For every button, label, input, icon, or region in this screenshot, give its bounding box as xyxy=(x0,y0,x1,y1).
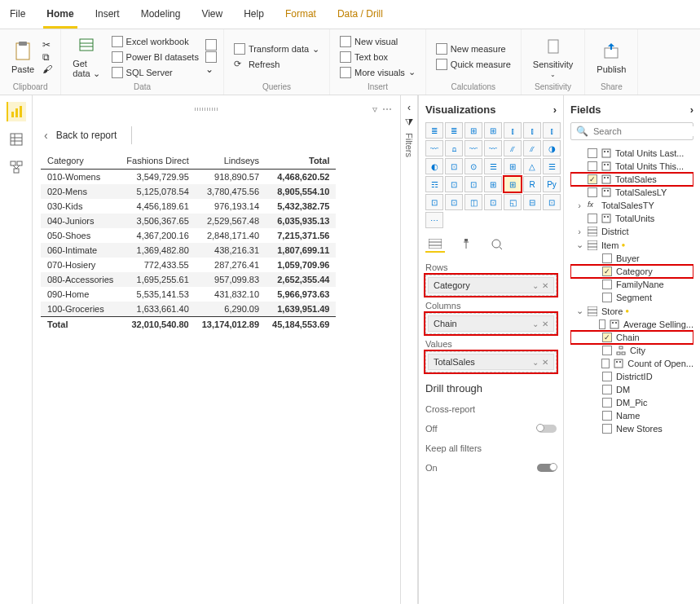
viz-type-21[interactable]: ☶ xyxy=(425,176,443,192)
copy-icon[interactable]: ⧉ xyxy=(42,51,54,63)
analytics-tab[interactable] xyxy=(487,236,507,253)
filters-pane-collapsed[interactable]: ‹ ⧩ Filters xyxy=(400,95,418,604)
model-view-button[interactable] xyxy=(7,157,26,177)
table-row[interactable]: 010-Womens3,549,729.95918,890.574,468,62… xyxy=(41,170,336,185)
viz-type-10[interactable]: 〰 xyxy=(484,140,502,156)
chevron-down-icon[interactable]: ⌄ xyxy=(532,358,539,367)
field-checkbox[interactable] xyxy=(588,174,597,184)
viz-type-17[interactable]: ☰ xyxy=(484,158,502,174)
viz-type-32[interactable]: ◱ xyxy=(504,194,522,210)
field-districtid[interactable]: DistrictID xyxy=(570,370,693,383)
visual-grip[interactable] xyxy=(195,108,219,111)
field-count-of-open---[interactable]: Count of Open... xyxy=(570,357,693,370)
refresh-button[interactable]: ⟳Refresh xyxy=(231,57,323,72)
field-store[interactable]: ⌄Store● xyxy=(570,304,693,318)
viz-type-16[interactable]: ⊙ xyxy=(464,158,482,174)
publish-button[interactable]: Publish xyxy=(592,38,631,76)
viz-type-31[interactable]: ⊡ xyxy=(484,194,502,210)
tab-modeling[interactable]: Modeling xyxy=(138,3,184,29)
rows-well[interactable]: Category⌄✕ xyxy=(425,275,557,296)
viz-type-27[interactable]: Py xyxy=(543,176,561,192)
column-header[interactable]: Lindseys xyxy=(196,152,266,170)
viz-type-19[interactable]: △ xyxy=(523,158,541,174)
excel-workbook-button[interactable]: Excel workbook xyxy=(108,34,202,49)
remove-icon[interactable]: ✕ xyxy=(542,358,548,367)
field-checkbox[interactable] xyxy=(602,293,612,302)
field-checkbox[interactable] xyxy=(602,385,612,394)
viz-type-4[interactable]: ⫿ xyxy=(504,122,522,139)
table-row[interactable]: 080-Accessories1,695,255.61957,099.832,6… xyxy=(41,272,336,287)
viz-type-0[interactable]: ≣ xyxy=(425,122,443,139)
viz-type-28[interactable]: ⊡ xyxy=(425,194,443,210)
field-city[interactable]: City xyxy=(570,344,693,357)
more-visuals-button[interactable]: More visuals ⌄ xyxy=(337,65,419,80)
column-header[interactable]: Category xyxy=(41,152,120,170)
values-well-item[interactable]: TotalSales⌄✕ xyxy=(428,354,554,370)
field-checkbox[interactable] xyxy=(602,253,612,263)
new-measure-button[interactable]: New measure xyxy=(433,42,514,56)
viz-type-9[interactable]: 〰 xyxy=(464,140,482,156)
field-totalsalesly[interactable]: TotalSalesLY xyxy=(570,186,693,199)
data-more-3-icon[interactable]: ⌄ xyxy=(205,64,217,75)
viz-type-6[interactable]: ⫿ xyxy=(543,122,561,139)
viz-type-22[interactable]: ⊡ xyxy=(445,176,463,192)
field-checkbox[interactable] xyxy=(602,267,612,276)
fields-search[interactable]: 🔍 xyxy=(570,122,693,140)
matrix-visual[interactable]: CategoryFashions DirectLindseysTotal 010… xyxy=(41,152,336,332)
viz-type-34[interactable]: ⊡ xyxy=(543,194,561,210)
viz-type-30[interactable]: ◫ xyxy=(464,194,482,210)
search-input[interactable] xyxy=(593,126,700,136)
columns-well[interactable]: Chain⌄✕ xyxy=(425,313,557,334)
fields-tab[interactable] xyxy=(425,236,445,253)
viz-type-25[interactable]: ⊞ xyxy=(504,176,522,192)
field-checkbox[interactable] xyxy=(601,359,610,368)
viz-type-33[interactable]: ⊟ xyxy=(523,194,541,210)
viz-type-11[interactable]: ⫽ xyxy=(504,140,522,156)
tab-format[interactable]: Format xyxy=(282,3,319,29)
viz-type-8[interactable]: ⩍ xyxy=(445,140,463,156)
viz-type-35[interactable]: ⋯ xyxy=(425,212,443,228)
field-district[interactable]: ›District xyxy=(570,225,693,238)
viz-type-5[interactable]: ⫿ xyxy=(523,122,541,139)
field-checkbox[interactable] xyxy=(602,372,612,381)
format-painter-icon[interactable]: 🖌 xyxy=(42,64,54,75)
chevron-down-icon[interactable]: ⌄ xyxy=(532,319,539,328)
filters-expand-icon[interactable]: ‹ xyxy=(407,102,411,113)
viz-type-1[interactable]: ≣ xyxy=(445,122,463,139)
keep-filters-toggle[interactable] xyxy=(537,464,557,472)
visual-filter-icon[interactable]: ▿ xyxy=(372,104,377,115)
tab-view[interactable]: View xyxy=(198,3,226,29)
pbi-datasets-button[interactable]: Power BI datasets xyxy=(108,50,202,64)
tab-help[interactable]: Help xyxy=(240,3,267,29)
viz-type-29[interactable]: ⊡ xyxy=(445,194,463,210)
data-view-button[interactable] xyxy=(7,130,26,149)
field-category[interactable]: Category xyxy=(570,265,693,278)
new-visual-button[interactable]: New visual xyxy=(337,34,419,49)
field-chain[interactable]: Chain xyxy=(570,331,693,344)
field-item[interactable]: ⌄Item● xyxy=(570,238,693,252)
rows-well-item[interactable]: Category⌄✕ xyxy=(428,277,554,293)
field-checkbox[interactable] xyxy=(599,319,605,329)
viz-type-24[interactable]: ⊞ xyxy=(484,176,502,192)
values-well[interactable]: TotalSales⌄✕ xyxy=(425,351,557,372)
field-checkbox[interactable] xyxy=(602,424,612,434)
field-average-selling---[interactable]: Average Selling... xyxy=(570,318,693,331)
viz-type-12[interactable]: ⫽ xyxy=(523,140,541,156)
field-checkbox[interactable] xyxy=(588,161,597,171)
viz-type-26[interactable]: R xyxy=(523,176,541,192)
field-familynane[interactable]: FamilyNane xyxy=(570,278,693,291)
viz-type-7[interactable]: 〰 xyxy=(425,140,443,156)
field-total-units-this---[interactable]: Total Units This... xyxy=(570,160,693,173)
transform-data-button[interactable]: Transform data ⌄ xyxy=(231,42,323,56)
report-view-button[interactable] xyxy=(7,102,26,121)
viz-type-20[interactable]: ☰ xyxy=(543,158,561,174)
viz-type-14[interactable]: ◐ xyxy=(425,158,443,174)
field-totalsales[interactable]: TotalSales xyxy=(570,173,693,186)
viz-type-13[interactable]: ◑ xyxy=(543,140,561,156)
field-new-stores[interactable]: New Stores xyxy=(570,422,693,435)
data-more-2-icon[interactable] xyxy=(205,51,217,63)
field-dm-pic[interactable]: DM_Pic xyxy=(570,396,693,409)
field-buyer[interactable]: Buyer xyxy=(570,252,693,265)
field-checkbox[interactable] xyxy=(602,346,612,355)
column-header[interactable]: Fashions Direct xyxy=(120,152,195,170)
